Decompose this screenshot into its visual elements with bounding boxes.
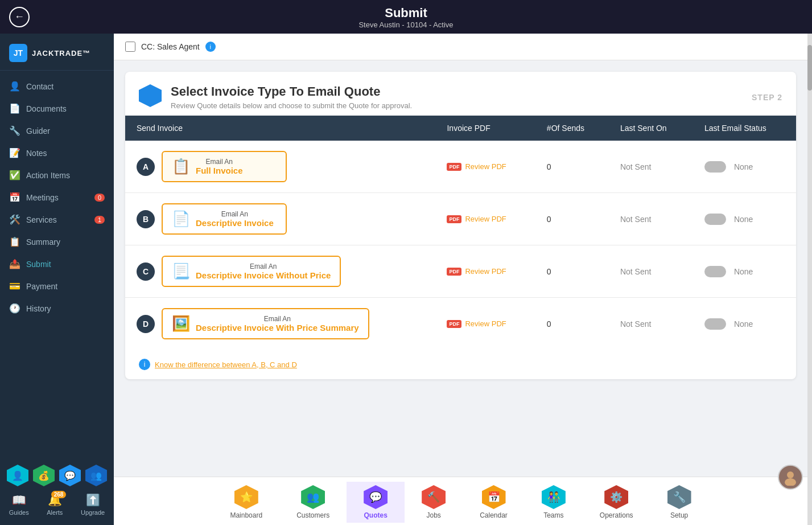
row-label-c: C bbox=[137, 262, 155, 281]
cc-info-icon[interactable]: i bbox=[205, 42, 216, 52]
info-link-row: i Know the difference between A, B, C an… bbox=[125, 350, 796, 379]
nav-calendar[interactable]: 📅 Calendar bbox=[463, 482, 525, 523]
nav-setup[interactable]: 🔧 Setup bbox=[650, 482, 708, 523]
alerts-badge: 268 bbox=[51, 491, 67, 498]
toggle-c[interactable] bbox=[704, 266, 726, 277]
pdf-cell-b: PDF Review PDF bbox=[435, 193, 535, 245]
col-send-invoice: Send Invoice bbox=[125, 116, 435, 141]
col-invoice-pdf: Invoice PDF bbox=[435, 116, 535, 141]
user-tray: 👤 💰 💬 👥 bbox=[0, 460, 114, 491]
cc-checkbox[interactable] bbox=[125, 42, 135, 52]
col-last-email-status: Last Email Status bbox=[693, 116, 796, 141]
toggle-d[interactable] bbox=[704, 318, 726, 330]
user-hex-4[interactable]: 👥 bbox=[85, 465, 107, 486]
send-cell-a: A 📋 Email An Full Invoice bbox=[125, 141, 435, 193]
descriptive-invoice-icon: 📄 bbox=[172, 210, 190, 228]
review-pdf-d[interactable]: PDF Review PDF bbox=[447, 319, 524, 328]
desc-price-summary-icon: 🖼️ bbox=[172, 315, 190, 333]
review-pdf-a[interactable]: PDF Review PDF bbox=[447, 162, 524, 171]
documents-icon: 📄 bbox=[9, 103, 20, 114]
nav-jobs[interactable]: 🔨 Jobs bbox=[405, 482, 463, 523]
user-hex-1[interactable]: 👤 bbox=[7, 465, 28, 486]
sidebar-item-guider[interactable]: 🔧 Guider bbox=[0, 120, 114, 142]
nav-teams[interactable]: 👫 Teams bbox=[525, 482, 583, 523]
descriptive-price-summary-button[interactable]: 🖼️ Email An Descriptive Invoice With Pri… bbox=[162, 308, 369, 339]
nav-quotes[interactable]: 💬 Quotes bbox=[347, 482, 405, 523]
send-cell-b: B 📄 Email An Descriptive Invoice bbox=[125, 193, 435, 245]
difference-link[interactable]: Know the difference between A, B, C and … bbox=[155, 360, 297, 369]
sends-c: 0 bbox=[535, 245, 609, 298]
teams-label: Teams bbox=[543, 511, 563, 519]
sidebar-item-contact[interactable]: 👤 Contact bbox=[0, 75, 114, 97]
last-sent-d: Not Sent bbox=[609, 298, 693, 350]
upgrade-label: Upgrade bbox=[81, 509, 105, 516]
action-items-icon: ✅ bbox=[9, 170, 20, 181]
col-num-sends: #Of Sends bbox=[535, 116, 609, 141]
nav-customers[interactable]: 👥 Customers bbox=[279, 482, 347, 523]
sidebar-item-meetings[interactable]: 📅 Meetings 0 bbox=[0, 186, 114, 208]
teams-hex: 👫 bbox=[542, 485, 566, 509]
operations-hex: ⚙️ bbox=[604, 485, 628, 509]
quotes-label: Quotes bbox=[364, 511, 387, 519]
top-bar: ← Submit Steve Austin - 10104 - Active bbox=[0, 0, 812, 34]
table-row: B 📄 Email An Descriptive Invoice bbox=[125, 193, 796, 245]
pdf-badge-c: PDF bbox=[447, 268, 461, 276]
row-label-a: A bbox=[137, 158, 155, 176]
services-icon: 🛠️ bbox=[9, 214, 20, 225]
sidebar-item-label: Guider bbox=[26, 126, 50, 136]
jobs-hex: 🔨 bbox=[422, 485, 446, 509]
sidebar-item-label: Payment bbox=[26, 282, 57, 291]
sidebar-item-summary[interactable]: 📋 Summary bbox=[0, 231, 114, 253]
toggle-b[interactable] bbox=[704, 214, 726, 225]
review-pdf-b[interactable]: PDF Review PDF bbox=[447, 215, 524, 223]
full-invoice-button[interactable]: 📋 Email An Full Invoice bbox=[162, 151, 287, 182]
col-last-sent-on: Last Sent On bbox=[609, 116, 693, 141]
svg-point-0 bbox=[787, 471, 794, 478]
status-text-b: None bbox=[734, 215, 753, 224]
meetings-badge: 0 bbox=[94, 194, 105, 202]
send-cell-c: C 📃 Email An Descriptive Invoice Without… bbox=[125, 245, 435, 298]
sidebar-item-history[interactable]: 🕐 History bbox=[0, 297, 114, 319]
review-pdf-c[interactable]: PDF Review PDF bbox=[447, 267, 524, 276]
sidebar-item-label: Contact bbox=[26, 82, 53, 91]
table-row: C 📃 Email An Descriptive Invoice Without… bbox=[125, 245, 796, 298]
sidebar-item-documents[interactable]: 📄 Documents bbox=[0, 97, 114, 120]
mainboard-hex: ⭐ bbox=[234, 485, 258, 509]
sidebar-item-submit[interactable]: 📤 Submit bbox=[0, 253, 114, 275]
back-button[interactable]: ← bbox=[9, 7, 30, 27]
setup-label: Setup bbox=[670, 511, 688, 519]
status-cell-c: None bbox=[693, 245, 796, 298]
last-sent-b: Not Sent bbox=[609, 193, 693, 245]
info-icon-sm: i bbox=[139, 359, 150, 370]
sidebar-item-action-items[interactable]: ✅ Action Items bbox=[0, 164, 114, 186]
logo-text: JACKTRADE™ bbox=[32, 49, 90, 58]
descriptive-no-price-button[interactable]: 📃 Email An Descriptive Invoice Without P… bbox=[162, 256, 341, 287]
payment-icon: 💳 bbox=[9, 281, 20, 292]
toggle-a[interactable] bbox=[704, 161, 726, 173]
user-hex-3[interactable]: 💬 bbox=[59, 465, 81, 486]
nav-mainboard[interactable]: ⭐ Mainboard bbox=[213, 482, 279, 523]
notes-icon: 📝 bbox=[9, 147, 20, 158]
user-hex-2[interactable]: 💰 bbox=[33, 465, 55, 486]
summary-icon: 📋 bbox=[9, 236, 20, 247]
sidebar-nav: 👤 Contact 📄 Documents 🔧 Guider 📝 Notes ✅… bbox=[0, 71, 114, 483]
sidebar-item-notes[interactable]: 📝 Notes bbox=[0, 142, 114, 164]
sidebar-item-label: Notes bbox=[26, 149, 47, 158]
user-avatar[interactable] bbox=[778, 465, 803, 490]
alerts-button[interactable]: 🔔 268 Alerts bbox=[41, 490, 68, 519]
sidebar-item-label: Submit bbox=[26, 260, 51, 269]
sidebar-item-payment[interactable]: 💳 Payment bbox=[0, 275, 114, 297]
scrollbar[interactable] bbox=[807, 34, 812, 525]
sidebar-item-label: Meetings bbox=[26, 193, 59, 202]
invoice-table: Send Invoice Invoice PDF #Of Sends Last … bbox=[125, 116, 796, 350]
step-title-block: Select Invoice Type To Email Quote Revie… bbox=[171, 84, 743, 110]
guides-button[interactable]: 📖 Guides bbox=[3, 490, 35, 519]
descriptive-invoice-btn-text: Email An Descriptive Invoice bbox=[196, 210, 274, 228]
nav-operations[interactable]: ⚙️ Operations bbox=[583, 482, 650, 523]
sidebar-item-services[interactable]: 🛠️ Services 1 bbox=[0, 208, 114, 231]
descriptive-invoice-button[interactable]: 📄 Email An Descriptive Invoice bbox=[162, 203, 287, 235]
step-card: Select Invoice Type To Email Quote Revie… bbox=[125, 72, 796, 379]
sends-d: 0 bbox=[535, 298, 609, 350]
upgrade-button[interactable]: ⬆️ Upgrade bbox=[75, 490, 110, 519]
calendar-hex: 📅 bbox=[482, 485, 506, 509]
